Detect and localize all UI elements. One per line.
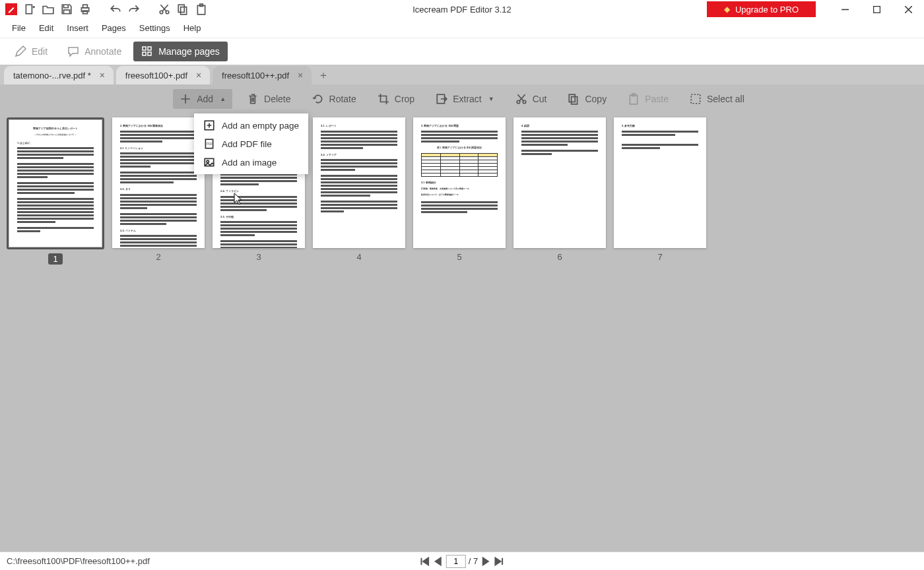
svg-rect-11 — [143, 47, 146, 50]
svg-rect-10 — [873, 6, 880, 13]
pdf-file-icon: PDF — [203, 138, 215, 150]
upgrade-button[interactable]: ◆ Upgrade to PRO — [707, 1, 816, 17]
menu-edit[interactable]: Edit — [32, 20, 60, 36]
page-number: 1 — [48, 253, 62, 265]
upgrade-label: Upgrade to PRO — [735, 5, 799, 15]
diamond-icon: ◆ — [724, 5, 730, 14]
prev-page-button[interactable] — [433, 556, 444, 567]
manage-pages-mode-button[interactable]: Manage pages — [133, 42, 228, 61]
maximize-button[interactable] — [861, 0, 892, 18]
add-pdf-file-item[interactable]: PDF Add PDF file — [194, 135, 308, 153]
caret-up-icon: ▲ — [220, 96, 226, 102]
document-tab[interactable]: freesoft100++.pdf × — [213, 66, 312, 84]
app-logo — [5, 3, 17, 15]
add-empty-page-label: Add an empty page — [222, 121, 299, 131]
menu-insert[interactable]: Insert — [60, 20, 95, 36]
extract-icon — [436, 93, 447, 105]
new-icon[interactable] — [24, 3, 36, 15]
add-label: Add — [197, 94, 213, 104]
current-page-input[interactable] — [446, 555, 466, 568]
svg-rect-13 — [143, 52, 146, 55]
page-number: 3 — [256, 252, 261, 262]
annotate-mode-button[interactable]: Annotate — [59, 42, 129, 61]
undo-icon[interactable] — [110, 3, 121, 15]
page-thumbnail[interactable]: 3. 東南アジアにおける IEA 問題 表1. 東南アジアにおける IEA 課題… — [413, 117, 506, 265]
svg-rect-12 — [148, 47, 151, 50]
page-number: 6 — [557, 252, 562, 262]
grid-icon — [141, 46, 153, 57]
close-icon[interactable]: × — [193, 69, 205, 81]
redo-icon[interactable] — [128, 3, 140, 15]
paste-button[interactable]: Paste — [621, 89, 675, 109]
cut-icon[interactable] — [158, 3, 170, 15]
pencil-icon — [15, 46, 26, 57]
select-all-icon — [690, 93, 702, 105]
add-image-item[interactable]: Add an image — [194, 153, 308, 172]
document-tab[interactable]: freesoft100+.pdf × — [116, 66, 210, 84]
svg-rect-20 — [630, 95, 638, 104]
next-page-button[interactable] — [480, 556, 491, 567]
menu-help[interactable]: Help — [177, 20, 208, 36]
svg-rect-0 — [26, 5, 32, 14]
menu-settings[interactable]: Settings — [133, 20, 177, 36]
crop-label: Crop — [395, 94, 414, 104]
page-thumbnail[interactable]: 3-1. レポート 3-2. メディア 4 — [313, 117, 405, 265]
first-page-button[interactable] — [420, 556, 430, 567]
plus-box-icon — [203, 119, 215, 131]
svg-rect-18 — [570, 94, 576, 102]
plus-icon — [180, 93, 191, 105]
copy-icon[interactable] — [177, 3, 189, 15]
svg-rect-8 — [197, 5, 205, 15]
file-path: C:\freesoft100\PDF\freesoft100++.pdf — [7, 556, 150, 566]
page-thumbnail[interactable]: 5. 参考文献 7 — [614, 117, 706, 265]
edit-mode-button[interactable]: Edit — [7, 42, 55, 61]
save-icon[interactable] — [61, 3, 73, 15]
crop-button[interactable]: Crop — [371, 89, 421, 109]
close-button[interactable] — [892, 0, 924, 18]
close-icon[interactable]: × — [294, 69, 306, 81]
last-page-button[interactable] — [494, 556, 504, 567]
page-number: 4 — [356, 252, 361, 262]
page-thumbnails-area: 東南アジア諸国のサルと共生レポート ～ サルとの共有とサルトと共生社会について … — [0, 113, 924, 552]
menu-pages[interactable]: Pages — [95, 20, 133, 36]
add-image-label: Add an image — [222, 158, 277, 168]
tab-label: tatemono-...rve.pdf * — [13, 71, 91, 80]
add-button[interactable]: Add ▲ — [173, 89, 232, 109]
page-thumbnail[interactable]: 東南アジア諸国のサルと共生レポート ～ サルとの共有とサルトと共生社会について … — [7, 117, 104, 265]
print-icon[interactable] — [79, 3, 91, 15]
extract-button[interactable]: Extract ▼ — [429, 89, 501, 109]
delete-button[interactable]: Delete — [240, 89, 297, 109]
cut-button[interactable]: Cut — [509, 89, 554, 109]
close-icon[interactable]: × — [96, 69, 108, 81]
paste-icon — [628, 93, 640, 105]
svg-rect-6 — [178, 5, 184, 12]
status-bar: C:\freesoft100\PDF\freesoft100++.pdf / 7 — [0, 552, 924, 570]
menu-bar: File Edit Insert Pages Settings Help — [0, 18, 924, 38]
copy-button[interactable]: Copy — [561, 89, 613, 109]
add-pdf-file-label: Add PDF file — [222, 139, 272, 149]
minimize-button[interactable] — [829, 0, 861, 18]
page-thumbnail[interactable]: 2. 東南アジアにおける IEA 開発状況 2-1 イノベーション 2-2. タ… — [112, 117, 205, 265]
tab-label: freesoft100+.pdf — [125, 71, 187, 80]
paste-label: Paste — [645, 94, 669, 104]
document-tab[interactable]: tatemono-...rve.pdf * × — [4, 66, 114, 84]
title-bar: Icecream PDF Editor 3.12 ◆ Upgrade to PR… — [0, 0, 924, 18]
delete-label: Delete — [264, 94, 290, 104]
open-icon[interactable] — [42, 3, 54, 15]
page-number: 7 — [657, 252, 662, 262]
menu-file[interactable]: File — [5, 20, 32, 36]
copy-label: Copy — [585, 94, 607, 104]
add-empty-page-item[interactable]: Add an empty page — [194, 116, 308, 135]
rotate-button[interactable]: Rotate — [306, 89, 363, 109]
speech-bubble-icon — [67, 46, 79, 57]
quick-access-toolbar — [0, 3, 213, 15]
extract-label: Extract — [453, 94, 482, 104]
rotate-icon — [312, 93, 324, 105]
select-all-button[interactable]: Select all — [683, 89, 751, 109]
paste-icon[interactable] — [195, 3, 207, 15]
page-number: 2 — [156, 252, 160, 262]
add-tab-button[interactable]: ＋ — [314, 66, 333, 84]
rotate-label: Rotate — [329, 94, 356, 104]
page-thumbnail[interactable]: 4. 結語 6 — [513, 117, 606, 265]
svg-text:PDF: PDF — [207, 142, 213, 146]
